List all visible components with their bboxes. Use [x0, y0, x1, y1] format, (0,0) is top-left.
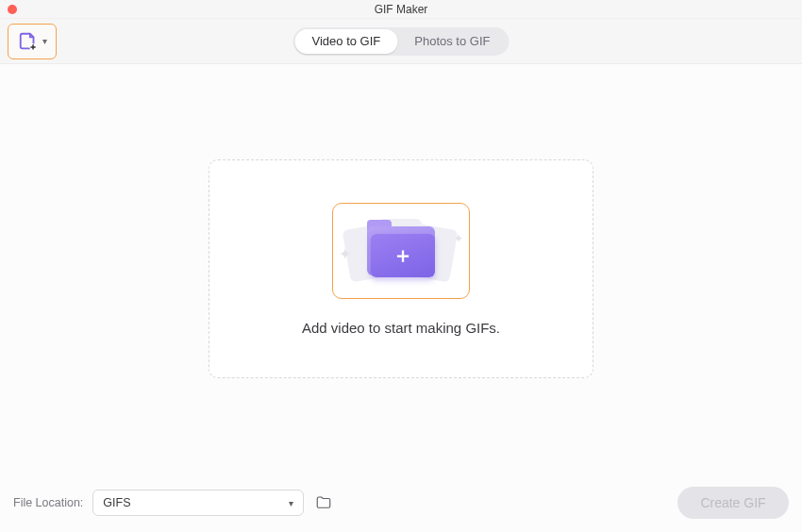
- chevron-down-icon: ▾: [42, 36, 47, 46]
- footer: File Location: GIFS ▾ Create GIF: [0, 474, 802, 532]
- mode-tabset: Video to GIF Photos to GIF: [293, 27, 510, 56]
- toolbar: ▾ Video to GIF Photos to GIF: [0, 19, 802, 64]
- create-gif-button[interactable]: Create GIF: [677, 487, 789, 519]
- add-media-button[interactable]: ▾: [8, 24, 57, 59]
- sparkle-icon: ✦: [339, 245, 351, 263]
- new-file-icon: [18, 31, 39, 52]
- main-area: ✦ ✦ ＋ Add video to start making GIFs.: [0, 64, 802, 474]
- close-window-button[interactable]: [8, 5, 17, 14]
- tab-photos-to-gif[interactable]: Photos to GIF: [397, 29, 507, 54]
- file-location-select[interactable]: GIFS ▾: [92, 490, 304, 516]
- browse-folder-button[interactable]: [313, 492, 334, 513]
- tab-video-to-gif[interactable]: Video to GIF: [295, 29, 398, 54]
- file-location-label: File Location:: [13, 496, 83, 509]
- sparkle-icon: ✦: [454, 232, 463, 245]
- plus-icon: ＋: [393, 245, 413, 266]
- dropzone-prompt: Add video to start making GIFs.: [302, 320, 500, 336]
- file-location-value: GIFS: [103, 496, 130, 509]
- chevron-down-icon: ▾: [289, 498, 293, 508]
- window-title: GIF Maker: [0, 3, 802, 16]
- folder-icon: ＋: [367, 226, 435, 275]
- titlebar: GIF Maker: [0, 0, 802, 19]
- add-video-dropzone[interactable]: ✦ ✦ ＋ Add video to start making GIFs.: [209, 159, 593, 378]
- dropzone-illustration: ✦ ✦ ＋: [332, 203, 470, 299]
